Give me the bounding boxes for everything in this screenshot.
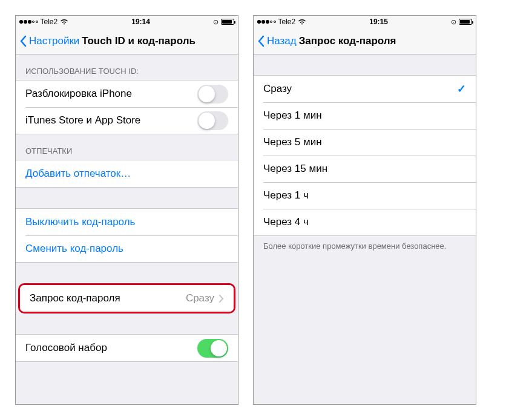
battery-icon xyxy=(459,19,472,25)
section-header-touchid: ИСПОЛЬЗОВАНИЕ TOUCH ID: xyxy=(16,54,238,80)
option-label: Через 1 мин xyxy=(263,110,466,122)
page-title: Touch ID и код-пароль xyxy=(82,35,196,47)
nav-bar: Назад Запрос код-пароля xyxy=(254,28,476,54)
switch-unlock[interactable] xyxy=(197,85,228,103)
switch-store[interactable] xyxy=(197,111,228,130)
phone-left: Tele2 19:14 ⊙ Настройки Touch ID и код-п… xyxy=(15,15,238,405)
option-label: Через 15 мин xyxy=(263,163,466,175)
signal-icon xyxy=(257,20,276,24)
wifi-icon xyxy=(298,19,306,25)
option-row[interactable]: Через 1 мин xyxy=(254,102,476,129)
row-label: Запрос код-пароля xyxy=(30,292,186,304)
row-label: Сменить код-пароль xyxy=(25,243,228,255)
status-bar: Tele2 19:15 ⊙ xyxy=(254,16,476,28)
option-label: Через 5 мин xyxy=(263,136,466,148)
switch-voice[interactable] xyxy=(197,339,228,358)
back-button[interactable]: Настройки xyxy=(19,35,79,47)
option-label: Через 4 ч xyxy=(263,216,466,228)
option-label: Через 1 ч xyxy=(263,189,466,202)
content-scroll[interactable]: Сразу ✓ Через 1 мин Через 5 мин Через 15… xyxy=(254,54,476,404)
row-turnoff-passcode[interactable]: Выключить код-пароль xyxy=(16,209,238,235)
signal-icon xyxy=(19,20,38,24)
content-scroll[interactable]: ИСПОЛЬЗОВАНИЕ TOUCH ID: Разблокировка iP… xyxy=(16,54,238,404)
wifi-icon xyxy=(60,19,68,25)
section-footer: Более короткие промежутки времени безопа… xyxy=(254,236,476,252)
nav-bar: Настройки Touch ID и код-пароль xyxy=(16,28,238,54)
chevron-left-icon xyxy=(19,35,27,47)
row-change-passcode[interactable]: Сменить код-пароль xyxy=(16,235,238,262)
options-list: Сразу ✓ Через 1 мин Через 5 мин Через 15… xyxy=(254,75,476,236)
option-row[interactable]: Через 1 ч xyxy=(254,182,476,209)
row-add-fingerprint[interactable]: Добавить отпечаток… xyxy=(16,160,238,187)
battery-icon xyxy=(221,19,234,25)
row-label: iTunes Store и App Store xyxy=(25,114,197,126)
row-label: Разблокировка iPhone xyxy=(25,88,197,100)
checkmark-icon: ✓ xyxy=(457,82,466,96)
option-row[interactable]: Через 5 мин xyxy=(254,129,476,156)
back-button[interactable]: Назад xyxy=(257,35,297,47)
option-label: Сразу xyxy=(263,83,457,95)
row-require-passcode[interactable]: Запрос код-пароля Сразу xyxy=(20,285,234,312)
chevron-left-icon xyxy=(257,35,264,47)
clock-label: 19:14 xyxy=(131,18,150,26)
row-label: Голосовой набор xyxy=(25,342,197,354)
page-title: Запрос код-пароля xyxy=(299,35,396,47)
status-bar: Tele2 19:14 ⊙ xyxy=(16,16,238,28)
option-row[interactable]: Сразу ✓ xyxy=(254,76,476,102)
back-label: Назад xyxy=(267,35,297,47)
row-itunes-appstore[interactable]: iTunes Store и App Store xyxy=(16,107,238,134)
carrier-label: Tele2 xyxy=(278,18,296,26)
orientation-lock-icon: ⊙ xyxy=(451,18,456,26)
option-row[interactable]: Через 15 мин xyxy=(254,156,476,182)
orientation-lock-icon: ⊙ xyxy=(213,18,218,26)
back-label: Настройки xyxy=(29,35,79,47)
row-voice-dial[interactable]: Голосовой набор xyxy=(16,335,238,361)
chevron-right-icon xyxy=(219,295,224,303)
row-value: Сразу xyxy=(186,292,214,304)
phone-right: Tele2 19:15 ⊙ Назад Запрос код-пароля Ср… xyxy=(253,15,476,405)
option-row[interactable]: Через 4 ч xyxy=(254,209,476,235)
carrier-label: Tele2 xyxy=(41,18,58,26)
section-header-fingerprints: ОТПЕЧАТКИ xyxy=(16,134,238,160)
row-label: Добавить отпечаток… xyxy=(25,168,228,180)
row-unlock-iphone[interactable]: Разблокировка iPhone xyxy=(16,80,238,107)
row-label: Выключить код-пароль xyxy=(25,216,228,228)
highlight-frame: Запрос код-пароля Сразу xyxy=(18,283,235,313)
clock-label: 19:15 xyxy=(369,18,388,26)
